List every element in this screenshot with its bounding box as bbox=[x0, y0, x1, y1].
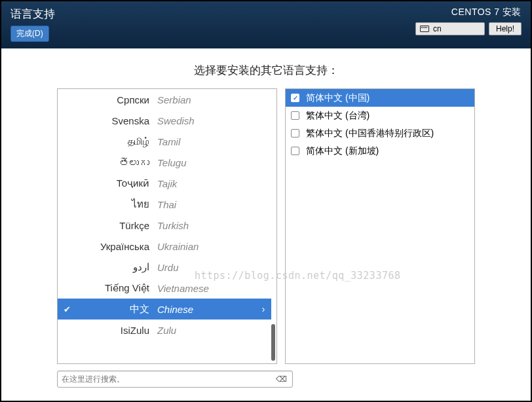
install-title: CENTOS 7 安装 bbox=[451, 7, 522, 18]
check-icon: ✔ bbox=[58, 304, 76, 314]
locale-checkbox[interactable] bbox=[291, 147, 299, 155]
page-title: 语言支持 bbox=[10, 7, 55, 22]
language-english: Serbian bbox=[157, 94, 256, 105]
language-row[interactable]: ไทยThai bbox=[58, 194, 271, 215]
clear-icon[interactable]: ⌫ bbox=[275, 375, 288, 384]
language-scroll: СрпскиSerbianSvenskaSwedishதமிழ்Tamilతెల… bbox=[58, 89, 271, 363]
installer-window: 语言支持 完成(D) CENTOS 7 安装 cn Help! 选择要安装的其它… bbox=[1, 1, 531, 401]
language-english: Ukrainian bbox=[157, 241, 256, 252]
locale-row[interactable]: 简体中文 (新加坡) bbox=[286, 142, 474, 160]
subtitle: 选择要安装的其它语言支持： bbox=[57, 63, 475, 78]
language-english: Vietnamese bbox=[157, 283, 256, 294]
locale-label: 繁体中文 (台湾) bbox=[306, 110, 370, 122]
language-native: Tiếng Việt bbox=[76, 282, 157, 294]
panels: СрпскиSerbianSvenskaSwedishதமிழ்Tamilతెల… bbox=[57, 88, 475, 364]
language-row[interactable]: TürkçeTurkish bbox=[58, 215, 271, 236]
language-english: Tajik bbox=[157, 178, 256, 189]
keyboard-icon bbox=[420, 26, 429, 32]
language-row[interactable]: Tiếng ViệtVietnamese bbox=[58, 278, 271, 299]
header: 语言支持 完成(D) CENTOS 7 安装 cn Help! bbox=[1, 1, 531, 48]
language-native: 中文 bbox=[76, 303, 157, 316]
language-english: Turkish bbox=[157, 220, 256, 231]
language-native: Svenska bbox=[76, 115, 157, 126]
language-list[interactable]: СрпскиSerbianSvenskaSwedishதமிழ்Tamilతెల… bbox=[57, 88, 277, 364]
locale-label: 繁体中文 (中国香港特别行政区) bbox=[306, 128, 434, 139]
language-native: தமிழ் bbox=[76, 136, 157, 147]
language-native: IsiZulu bbox=[76, 325, 157, 336]
locale-checkbox[interactable] bbox=[291, 94, 299, 102]
header-left: 语言支持 完成(D) bbox=[10, 7, 55, 42]
chevron-right-icon: › bbox=[256, 304, 271, 314]
language-native: اردو bbox=[76, 261, 157, 273]
language-english: Swedish bbox=[157, 115, 256, 126]
language-native: Українська bbox=[76, 241, 157, 252]
locale-label: 简体中文 (新加坡) bbox=[306, 145, 379, 157]
language-english: Chinese bbox=[157, 304, 256, 315]
language-native: Српски bbox=[76, 94, 157, 105]
locale-checkbox[interactable] bbox=[291, 111, 299, 120]
help-button[interactable]: Help! bbox=[489, 22, 522, 35]
language-native: Türkçe bbox=[76, 220, 157, 231]
header-controls: cn Help! bbox=[415, 22, 522, 35]
keyboard-layout-label: cn bbox=[433, 24, 442, 33]
locale-label: 简体中文 (中国) bbox=[306, 92, 370, 104]
language-row[interactable]: ✔中文Chinese› bbox=[58, 299, 271, 320]
locale-row[interactable]: 繁体中文 (台湾) bbox=[286, 107, 474, 124]
language-native: తెలుగు bbox=[76, 157, 157, 168]
search-input[interactable] bbox=[62, 375, 275, 384]
locale-row[interactable]: 简体中文 (中国) bbox=[286, 89, 474, 107]
scrollbar[interactable] bbox=[271, 90, 275, 362]
locale-row[interactable]: 繁体中文 (中国香港特别行政区) bbox=[286, 124, 474, 142]
language-english: Telugu bbox=[157, 157, 256, 168]
scrollbar-thumb[interactable] bbox=[271, 324, 275, 361]
language-native: ไทย bbox=[76, 196, 157, 212]
language-row[interactable]: ТоҷикӣTajik bbox=[58, 173, 271, 194]
header-right: CENTOS 7 安装 cn Help! bbox=[415, 7, 522, 35]
locale-checkbox[interactable] bbox=[291, 129, 299, 137]
body: 选择要安装的其它语言支持： https://blog.csdn.net/qq_3… bbox=[1, 48, 531, 401]
content: 选择要安装的其它语言支持： https://blog.csdn.net/qq_3… bbox=[57, 63, 475, 388]
language-row[interactable]: СрпскиSerbian bbox=[58, 89, 271, 110]
language-english: Zulu bbox=[157, 325, 256, 336]
language-row[interactable]: اردوUrdu bbox=[58, 257, 271, 278]
language-row[interactable]: తెలుగుTelugu bbox=[58, 152, 271, 173]
language-row[interactable]: IsiZuluZulu bbox=[58, 320, 271, 340]
done-button[interactable]: 完成(D) bbox=[10, 26, 49, 42]
keyboard-layout-button[interactable]: cn bbox=[415, 22, 485, 35]
language-native: Тоҷикӣ bbox=[76, 177, 157, 189]
language-english: Thai bbox=[157, 199, 256, 210]
language-english: Tamil bbox=[157, 136, 256, 147]
search-box[interactable]: ⌫ bbox=[57, 371, 293, 388]
language-row[interactable]: SvenskaSwedish bbox=[58, 110, 271, 131]
language-row[interactable]: தமிழ்Tamil bbox=[58, 131, 271, 152]
language-english: Urdu bbox=[157, 262, 256, 273]
locale-list[interactable]: 简体中文 (中国)繁体中文 (台湾)繁体中文 (中国香港特别行政区)简体中文 (… bbox=[285, 88, 475, 364]
language-row[interactable]: УкраїнськаUkrainian bbox=[58, 236, 271, 257]
search-row: ⌫ bbox=[57, 371, 293, 388]
